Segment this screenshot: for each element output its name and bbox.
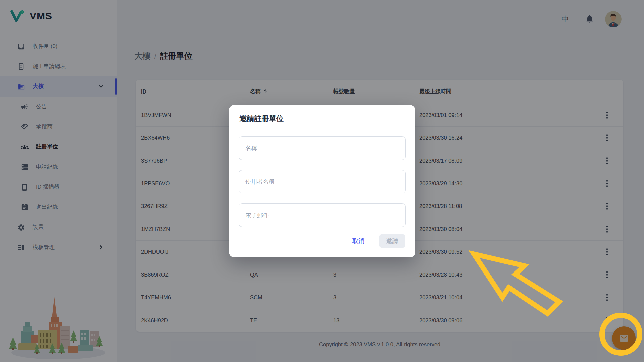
vms-app: VMS 收件匣 (0) 施工申請總表 大樓 公告 承攬商 xyxy=(0,0,644,362)
invite-registered-unit-dialog: 邀請註冊單位 取消 邀請 xyxy=(229,105,415,257)
invite-button[interactable]: 邀請 xyxy=(379,234,405,248)
cancel-button[interactable]: 取消 xyxy=(343,234,373,248)
email-field[interactable] xyxy=(239,203,406,227)
dialog-title: 邀請註冊單位 xyxy=(239,114,284,124)
username-field[interactable] xyxy=(239,170,406,193)
name-field[interactable] xyxy=(239,136,406,160)
